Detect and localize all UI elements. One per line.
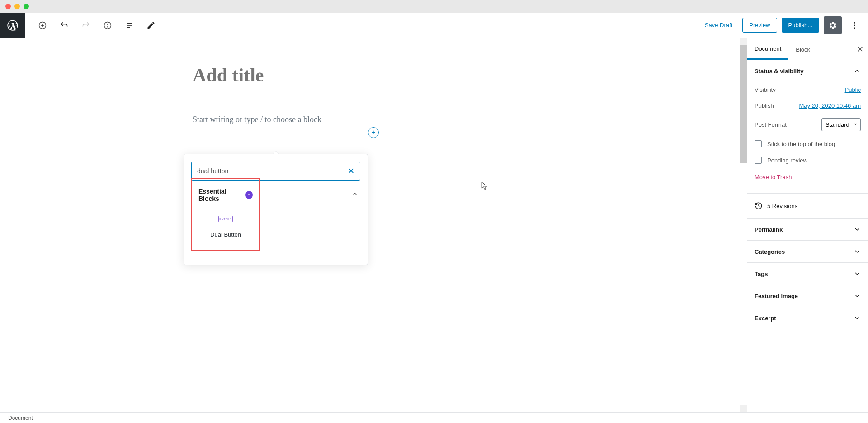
svg-point-10 bbox=[854, 24, 855, 26]
mac-fullscreen-icon[interactable] bbox=[24, 4, 29, 9]
post-format-select[interactable]: Standard bbox=[821, 118, 861, 131]
history-icon bbox=[755, 202, 763, 210]
panel-categories-toggle[interactable]: Categories bbox=[747, 241, 868, 262]
highlighted-result-box: Essential Blocks ≡ BUTTON Dual Button bbox=[191, 178, 260, 251]
settings-sidebar: Document Block ✕ Status & visibility Vis… bbox=[747, 38, 868, 412]
chevron-up-icon bbox=[854, 67, 861, 75]
mac-window-chrome bbox=[0, 0, 868, 13]
editor-footer-breadcrumb: Document bbox=[0, 412, 868, 423]
svg-point-11 bbox=[854, 27, 855, 29]
tab-document[interactable]: Document bbox=[747, 38, 788, 60]
edit-pencil-button[interactable] bbox=[143, 17, 159, 33]
clear-search-icon[interactable]: ✕ bbox=[348, 166, 354, 176]
visibility-label: Visibility bbox=[755, 86, 776, 93]
close-sidebar-icon[interactable]: ✕ bbox=[857, 44, 863, 54]
inserter-divider bbox=[184, 257, 368, 257]
editor-toolbar: Save Draft Preview Publish... bbox=[0, 13, 868, 38]
inserter-section-title: Essential Blocks bbox=[198, 188, 242, 202]
wordpress-logo-icon[interactable] bbox=[0, 13, 25, 38]
panel-permalink-toggle[interactable]: Permalink bbox=[747, 219, 868, 240]
revisions-label: 5 Revisions bbox=[767, 203, 797, 209]
chevron-down-icon bbox=[854, 270, 861, 277]
block-tile-label: Dual Button bbox=[210, 231, 241, 238]
stick-checkbox[interactable] bbox=[755, 140, 762, 147]
post-title-input[interactable] bbox=[193, 64, 554, 86]
publish-label: Publish bbox=[755, 102, 774, 109]
chevron-down-icon bbox=[854, 226, 861, 233]
mac-minimize-icon[interactable] bbox=[14, 4, 20, 9]
essential-blocks-badge-icon: ≡ bbox=[245, 191, 253, 199]
stick-label: Stick to the top of the blog bbox=[767, 141, 835, 147]
block-inserter-popover: ✕ Essential Blocks ≡ BUTTON Dual Button bbox=[184, 154, 368, 265]
pending-review-checkbox[interactable] bbox=[755, 157, 762, 164]
chevron-down-icon bbox=[854, 314, 861, 322]
chevron-up-icon[interactable] bbox=[351, 190, 359, 200]
content-structure-button[interactable] bbox=[99, 17, 116, 33]
more-options-button[interactable] bbox=[846, 17, 863, 33]
block-navigation-button[interactable] bbox=[121, 17, 137, 33]
save-draft-button[interactable]: Save Draft bbox=[699, 18, 738, 32]
panel-title: Status & visibility bbox=[755, 68, 803, 75]
publish-date-link[interactable]: May 20, 2020 10:46 am bbox=[799, 102, 861, 109]
redo-button[interactable] bbox=[78, 17, 94, 33]
settings-gear-button[interactable] bbox=[824, 16, 842, 34]
panel-featured-image-toggle[interactable]: Featured image bbox=[747, 285, 868, 307]
content-placeholder[interactable]: Start writing or type / to choose a bloc… bbox=[193, 115, 554, 124]
preview-button[interactable]: Preview bbox=[742, 18, 777, 33]
chevron-down-icon bbox=[854, 248, 861, 255]
chevron-down-icon bbox=[854, 292, 861, 299]
scrollbar-thumb[interactable] bbox=[740, 45, 747, 163]
editor-canvas[interactable]: Start writing or type / to choose a bloc… bbox=[0, 38, 747, 412]
panel-excerpt-toggle[interactable]: Excerpt bbox=[747, 307, 868, 329]
revisions-row[interactable]: 5 Revisions bbox=[747, 194, 868, 219]
block-search-input[interactable] bbox=[197, 167, 348, 175]
mac-close-icon[interactable] bbox=[5, 4, 11, 9]
panel-tags-toggle[interactable]: Tags bbox=[747, 263, 868, 285]
inline-add-block-button[interactable]: + bbox=[368, 127, 379, 138]
dual-button-block-icon: BUTTON bbox=[218, 216, 233, 222]
svg-point-9 bbox=[854, 22, 855, 23]
svg-point-5 bbox=[108, 26, 108, 27]
move-to-trash-link[interactable]: Move to Trash bbox=[755, 168, 792, 186]
publish-button[interactable]: Publish... bbox=[782, 18, 819, 33]
mouse-cursor-icon bbox=[481, 182, 488, 191]
undo-button[interactable] bbox=[56, 17, 72, 33]
visibility-value-link[interactable]: Public bbox=[845, 86, 861, 93]
panel-status-visibility-toggle[interactable]: Status & visibility bbox=[747, 60, 868, 82]
block-tile-dual-button[interactable]: BUTTON Dual Button bbox=[198, 216, 254, 238]
breadcrumb-item[interactable]: Document bbox=[8, 415, 33, 421]
pending-review-label: Pending review bbox=[767, 157, 807, 164]
add-block-button[interactable] bbox=[34, 17, 51, 33]
post-format-label: Post Format bbox=[755, 121, 787, 128]
tab-block[interactable]: Block bbox=[788, 39, 817, 59]
